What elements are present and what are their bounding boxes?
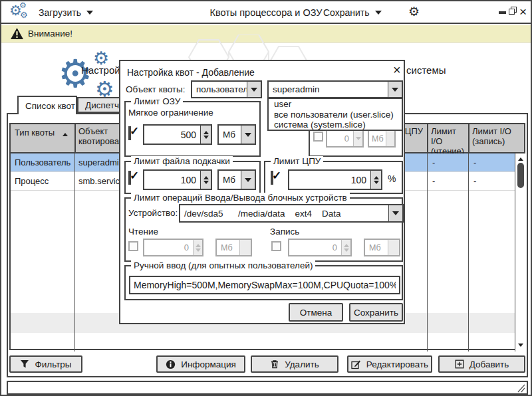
quota-dialog: Настройка квот - Добавление × Объект кво… [119,60,405,324]
info-icon [166,359,176,369]
tab-quota-list[interactable]: Список квот [17,96,77,114]
spin-down-icon [356,137,361,140]
dropdown-option[interactable]: система (system.slice) [269,120,402,130]
maximize-button[interactable] [509,7,517,15]
ram-limit-legend: Лимит ОЗУ [131,96,183,106]
ram-hard-value-spinner[interactable]: 0 [326,130,364,148]
load-menu[interactable]: Загрузить [39,1,93,24]
spin-down-icon [374,181,379,184]
edit-icon [351,359,361,369]
quota-object-label: Объект квоты: [126,84,186,94]
column-header-io-write[interactable]: Лимит I/O (запись) [472,127,513,147]
spin-up-icon [196,244,201,247]
device-label: Устройство: [128,208,178,218]
minimize-button[interactable] [499,11,506,14]
manual-input[interactable] [129,276,400,294]
save-menu[interactable]: Сохранить [323,1,382,24]
swap-limit-legend: Лимит файла подкачки [131,156,233,166]
spin-down-icon [344,248,349,252]
spin-down-icon [203,136,209,139]
spin-up-icon [374,176,379,179]
swap-value-spinner[interactable]: 100 [143,169,212,190]
dialog-close-button[interactable]: × [393,63,401,76]
spinner-buttons[interactable] [370,171,381,189]
swap-unit-select[interactable]: Мб [217,169,256,190]
add-button[interactable]: Добавить [438,355,525,373]
cancel-button[interactable]: Отмена [289,303,343,322]
ram-hard-unit-select[interactable]: Мб [368,130,396,148]
filters-button[interactable]: Фильтры [9,355,82,373]
titlebar: ⚙ ⚙ ⚙ Загрузить Квоты процессора и ОЗУ С… [1,1,531,24]
spinner-buttons[interactable] [353,131,362,146]
dropdown-option[interactable]: user [269,99,402,110]
app-logo-icon: ⚙ ⚙ ⚙ [9,3,32,23]
combo-arrow [388,240,399,255]
spin-down-icon [196,248,201,252]
chevron-down-icon [392,211,399,215]
io-limit-legend: Лимит операций Ввода/Вывода блочных устр… [131,193,350,203]
settings-gear-icon[interactable]: ⚙ [408,5,420,18]
dropdown-option[interactable]: все пользователи (user.slice) [269,110,402,120]
combo-arrow [388,205,402,221]
cpu-checkbox[interactable] [271,171,273,185]
column-header-type[interactable]: Тип квоты [15,128,68,138]
chevron-down-icon [245,133,251,137]
spin-down-icon [203,181,209,184]
chevron-down-icon [245,178,251,182]
combo-arrow [388,82,402,97]
spinner-buttons[interactable] [200,171,211,189]
chevron-down-icon [375,11,382,15]
io-read-value-spinner[interactable]: 0 [143,239,203,256]
io-read-unit-select[interactable]: Мб [215,239,252,256]
read-label: Чтение [128,227,158,237]
load-menu-label: Загрузить [39,7,81,18]
column-header-io-read[interactable]: Лимит I/O (чтение) [431,127,467,157]
io-write-unit-select[interactable]: Мб [364,239,400,256]
cpu-limit-legend: Лимит ЦПУ [271,156,323,166]
ram-hard-checkbox[interactable] [313,132,323,142]
ram-soft-checkbox[interactable] [128,126,131,140]
edit-button[interactable]: Редактировать [347,355,432,373]
delete-button[interactable]: Удалить [251,355,338,373]
device-select[interactable]: /dev/sda5 /media/data ext4 Data [179,204,404,223]
ram-soft-value-spinner[interactable]: 500 [143,124,212,145]
swap-checkbox[interactable] [128,171,131,185]
status-bar [7,381,528,395]
chevron-down-icon [392,88,398,92]
combo-arrow [386,131,394,146]
quota-target-dropdown-list: user все пользователи (user.slice) систе… [267,98,403,131]
close-window-button[interactable]: × [519,3,527,21]
swap-limit-group: Лимит файла подкачки 100 Мб [124,161,261,194]
spinner-buttons[interactable] [200,126,211,144]
spin-up-icon [203,131,209,134]
soft-limit-label: Мягкое ограничение [128,108,213,118]
arrow-up-icon [518,157,523,161]
combo-arrow [239,240,251,255]
quota-type-select[interactable]: пользователь [191,80,262,98]
resize-grip[interactable] [516,384,525,393]
io-write-checkbox[interactable] [271,241,281,251]
chevron-down-icon [86,11,93,15]
spin-up-icon [344,244,349,247]
warning-text: Внимание! [28,29,72,39]
save-button[interactable]: Сохранить [349,303,403,322]
manual-input-legend: Ручной ввод (для опытных пользователей) [131,260,315,270]
io-write-value-spinner[interactable]: 0 [288,239,352,256]
warning-icon [11,28,23,39]
scroll-down-button[interactable] [515,340,527,350]
quota-target-select[interactable]: superadmin [267,80,403,98]
spin-up-icon [203,176,209,179]
vertical-scrollbar[interactable] [515,153,527,351]
ram-limit-group: Лимит ОЗУ Мягкое ограничение 500 Мб [124,101,261,157]
io-read-checkbox[interactable] [128,241,138,251]
information-button[interactable]: Информация [156,355,245,373]
sort-asc-icon [63,133,68,136]
spinner-buttons[interactable] [341,240,350,255]
manual-input-group: Ручной ввод (для опытных пользователей) [124,265,403,300]
combo-arrow [241,171,255,189]
trash-icon [270,359,279,369]
cpu-value-spinner[interactable]: 100 [288,169,382,190]
spinner-buttons[interactable] [193,240,202,255]
ram-soft-unit-select[interactable]: Мб [217,124,256,145]
scrollbar-thumb[interactable] [517,163,524,188]
